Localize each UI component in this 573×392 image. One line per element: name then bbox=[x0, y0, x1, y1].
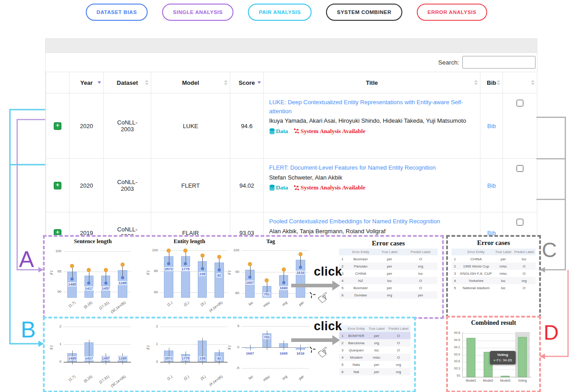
error-cases-block-b: Error EntityTrue LabelPredict Label1BOWY… bbox=[339, 324, 410, 375]
bar-count-label: 82 bbox=[217, 356, 222, 360]
ci-upper-dot bbox=[265, 278, 269, 282]
whisker bbox=[284, 341, 284, 350]
ci-upper-dot bbox=[183, 249, 187, 253]
system-analysis-icon bbox=[293, 128, 299, 134]
error-case-row[interactable]: 4Yorkshirelocorg bbox=[452, 277, 536, 284]
app-canvas: DATASET BIAS SINGLE ANALYSIS PAIR ANALYS… bbox=[0, 0, 573, 392]
label-letter-c: C bbox=[542, 238, 557, 262]
column-header-dataset[interactable]: Dataset bbox=[104, 72, 151, 93]
error-case-row[interactable]: 4NZlocO bbox=[339, 277, 438, 284]
paper-title-link[interactable]: FLERT: Document-Level Features for Named… bbox=[269, 163, 475, 172]
column-header-score[interactable]: Score bbox=[230, 72, 264, 93]
bar-count-label: 235 bbox=[199, 272, 205, 276]
column-header-title[interactable]: Title bbox=[264, 72, 480, 93]
error-case-row[interactable]: 1BoxmeerperO bbox=[339, 255, 438, 263]
sort-icon[interactable] bbox=[497, 80, 500, 85]
paper-badges: DataSystem Analysis Available bbox=[269, 184, 475, 191]
bar-count-label: 1485 bbox=[68, 356, 77, 360]
nav-pill-dataset-bias[interactable]: DATASET BIAS bbox=[86, 4, 148, 21]
error-case-row[interactable]: 6Dundeeorgper bbox=[339, 291, 438, 299]
error-case-row[interactable]: 2BarcelonaorgO bbox=[339, 339, 410, 346]
bar-count-label: 1417 bbox=[84, 286, 93, 291]
nav-pill-error-analysis[interactable]: ERROR ANALYSIS bbox=[417, 4, 487, 21]
chart-tag-diff: F1-5051667loc701misc1660org1616per bbox=[229, 320, 312, 387]
row-checkbox[interactable] bbox=[517, 219, 523, 226]
x-category-label: org bbox=[281, 300, 288, 307]
error-case-row[interactable]: 1BOWYERperO bbox=[339, 332, 410, 339]
paper-title-link[interactable]: LUKE: Deep Contextualized Entity Represe… bbox=[269, 98, 475, 115]
nav-pill-system-combiner[interactable]: SYSTEM COMBINER bbox=[326, 4, 402, 21]
error-case-row[interactable]: 3QuequenlocO bbox=[339, 346, 410, 354]
sort-icon[interactable] bbox=[224, 80, 228, 85]
nav-pill-single-analysis[interactable]: SINGLE ANALYSIS bbox=[162, 4, 233, 21]
x-category-label: loc bbox=[248, 374, 254, 380]
x-category-label: (32,1e+06) bbox=[110, 374, 127, 388]
search-input[interactable] bbox=[462, 56, 536, 69]
y-tick-label: 100 bbox=[148, 248, 158, 252]
row-checkbox[interactable] bbox=[517, 165, 523, 172]
x-category-label: (8,16) bbox=[83, 300, 93, 309]
bar-count-label: 1775 bbox=[181, 267, 190, 271]
chart-title: Tag bbox=[229, 238, 312, 245]
model-cell: LUKE bbox=[151, 93, 230, 159]
bar[interactable] bbox=[466, 338, 476, 377]
panel-combined-result: Combined result 9393.393.693.994.294.594… bbox=[446, 316, 541, 392]
results-table: YearDatasetModelScoreTitleBib +2020CoNLL… bbox=[46, 72, 537, 254]
bar-count-label: 1417 bbox=[84, 356, 93, 360]
bib-link[interactable]: Bib bbox=[487, 123, 496, 129]
column-header-year[interactable]: Year bbox=[70, 72, 104, 93]
sort-icon[interactable] bbox=[257, 82, 261, 84]
bib-link[interactable]: Bib bbox=[487, 182, 496, 189]
data-badge[interactable]: Data bbox=[269, 128, 288, 135]
bar-count-label: 1285 bbox=[118, 281, 127, 285]
error-case-row[interactable]: 21995 World CupmiscO bbox=[452, 263, 536, 270]
bar-count-label: 1667 bbox=[246, 351, 255, 355]
sort-icon[interactable] bbox=[145, 80, 149, 85]
tooltip-dot-icon: ● bbox=[494, 358, 497, 362]
error-case-row[interactable]: 4MoslemmiscO bbox=[339, 354, 410, 361]
error-case-row[interactable]: 3CHINAperloc bbox=[339, 270, 438, 277]
error-case-row[interactable]: 5National stadiumlocO bbox=[452, 284, 536, 291]
table-toolbar-band bbox=[46, 39, 537, 53]
bar[interactable] bbox=[518, 337, 527, 377]
error-case-row[interactable]: 2Panutanperorg bbox=[339, 263, 438, 270]
error-case-row[interactable]: 5BoxmeerperO bbox=[339, 284, 438, 291]
expand-row-button[interactable]: + bbox=[54, 122, 61, 130]
row-checkbox[interactable] bbox=[517, 100, 523, 106]
data-badge[interactable]: Data bbox=[269, 184, 288, 191]
x-category-label: loc bbox=[248, 300, 254, 306]
error-case-row[interactable]: 3ENGLISH F.A. CUPmiscO bbox=[452, 270, 536, 277]
click-annotation-b: click ☞ bbox=[314, 319, 342, 333]
column-header-blank[interactable] bbox=[503, 72, 537, 93]
expand-row-button[interactable]: + bbox=[54, 182, 61, 189]
x-axis-line bbox=[462, 377, 531, 378]
sort-icon[interactable] bbox=[531, 80, 535, 85]
y-tick-label: 60 bbox=[148, 290, 158, 294]
column-header-model[interactable]: Model bbox=[151, 72, 230, 93]
gridline bbox=[242, 368, 309, 369]
x-category-label: (8,16) bbox=[83, 374, 93, 383]
paper-title-link[interactable]: Pooled Contextualized Embeddings for Nam… bbox=[269, 217, 475, 226]
sort-icon[interactable] bbox=[98, 82, 101, 84]
error-case-row[interactable]: 5Natsperorg bbox=[339, 361, 410, 368]
y-axis-line bbox=[462, 332, 463, 377]
y-tick-label: 90 bbox=[229, 270, 239, 274]
gridline bbox=[64, 344, 131, 345]
panel-combiner-error-cases: Error cases Error EntityTrue LabelPredic… bbox=[446, 235, 541, 318]
y-tick-label: 80 bbox=[148, 269, 158, 273]
error-case-row[interactable]: 6Natperorg bbox=[339, 368, 410, 375]
bar-count-label: 3572 bbox=[164, 267, 173, 271]
error-case-row[interactable]: 1CHINAperloc bbox=[452, 255, 536, 263]
column-header-blank[interactable] bbox=[46, 72, 70, 93]
bar-count-label: 235 bbox=[199, 356, 205, 360]
panel-single-analysis: Sentence lengthF190951001485(1,7)1417(8,… bbox=[43, 235, 444, 319]
column-header-bib[interactable]: Bib bbox=[480, 72, 503, 93]
sort-icon[interactable] bbox=[474, 80, 478, 85]
nav-pill-pair-analysis[interactable]: PAIR ANALYSIS bbox=[248, 4, 312, 21]
x-category-label: per bbox=[298, 374, 305, 381]
y-tick-label: 1 bbox=[148, 342, 158, 346]
ci-upper-dot bbox=[217, 255, 221, 259]
bar[interactable] bbox=[501, 376, 510, 377]
error-cases-title-a: Error cases bbox=[339, 240, 438, 247]
chart-tag: TagF180901001667loc701misc1660org1616per bbox=[229, 238, 312, 313]
